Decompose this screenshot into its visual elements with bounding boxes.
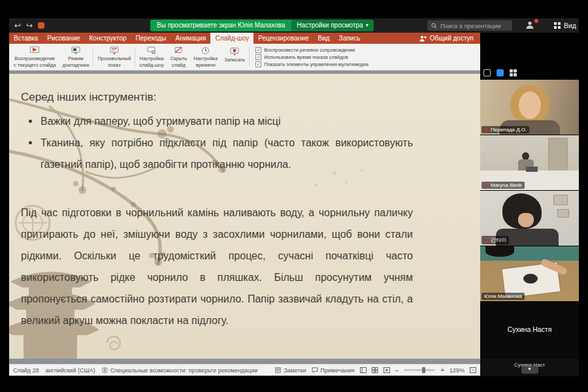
checkbox-icon: ✓ <box>255 47 261 53</box>
screen-share-banner: Вы просматриваете экран Юлія Малахова На… <box>150 20 374 31</box>
checkbox-icon: ✓ <box>255 61 261 67</box>
minimize-panel-icon[interactable] <box>483 69 491 76</box>
checkbox-icon: ✓ <box>255 54 261 60</box>
tab-record[interactable]: Запись <box>335 33 365 44</box>
ribbon-separator <box>135 47 135 67</box>
zoom-out-button[interactable]: – <box>395 367 399 374</box>
nav-icons: ↩ ↪ <box>14 18 44 33</box>
record-button[interactable]: Записать <box>221 45 248 69</box>
muted-mic-icon <box>484 183 489 188</box>
layout-grid-icon <box>554 22 561 29</box>
clock-icon <box>201 46 210 55</box>
language-button[interactable]: английский (США) <box>46 367 95 374</box>
slideshow-ribbon: Воспроизведение с текущего слайда Режим … <box>9 44 480 71</box>
participant-video[interactable]: Maryna Bielik <box>480 135 579 190</box>
hide-slide-icon <box>174 46 183 55</box>
participant-tiles: Перепада Д.О. Maryna Bielik <box>480 80 579 376</box>
checkbox-show-media-controls[interactable]: ✓ Показать элементы управления мультимед… <box>255 61 368 67</box>
slide-editing-pane: Серед інших інструментів: Важки для папе… <box>9 71 480 364</box>
search-icon <box>431 23 437 29</box>
hide-slide-button[interactable]: Скрыть слайд <box>167 45 191 69</box>
participant-video[interactable]: Юлія Малахова <box>480 246 579 301</box>
accessibility-checker-button[interactable]: Специальные возможности: проверьте реком… <box>102 367 258 374</box>
participant-figure <box>519 91 541 119</box>
participant-figure <box>523 274 538 284</box>
status-bar: Слайд 28 английский (США) Специальные во… <box>9 364 480 376</box>
share-access-button[interactable]: Общий доступ <box>413 33 480 44</box>
tab-transitions[interactable]: Переходы <box>131 33 171 44</box>
normal-view-icon[interactable] <box>360 367 367 373</box>
play-from-current-slide-button[interactable]: Воспроизведение с текущего слайда <box>10 45 59 69</box>
person-icon <box>525 20 534 29</box>
comments-button[interactable]: Примечания <box>312 367 355 374</box>
tab-draw[interactable]: Рисование <box>42 33 84 44</box>
tab-insert[interactable]: Вставка <box>9 33 42 44</box>
zoom-view-button[interactable]: Вид <box>554 18 576 33</box>
gallery-view-icon[interactable] <box>510 69 517 76</box>
participant-name-label: Maryna Bielik <box>482 182 525 189</box>
participant-video[interactable]: Перепада Д.О. <box>480 80 579 135</box>
play-icon <box>30 46 39 55</box>
speaker-view-icon[interactable] <box>497 69 504 76</box>
ribbon-separator <box>93 47 93 67</box>
notification-badge <box>534 19 538 23</box>
rehearse-timings-button[interactable]: Настройка времени <box>190 45 221 69</box>
zoom-top-bar: ↩ ↪ Вы просматриваете экран Юлія Малахов… <box>9 18 579 33</box>
zoom-level-label[interactable]: 129% <box>449 367 465 374</box>
participant-name-label: Перепада Д.О. <box>482 126 529 133</box>
muted-mic-icon <box>484 127 489 133</box>
custom-show-button[interactable]: Произвольный показ <box>94 45 134 69</box>
participant-video[interactable]: 간타이 <box>480 191 579 246</box>
setup-slideshow-button[interactable]: Настройка слайд-шоу <box>136 45 167 69</box>
scroll-more-participants-button[interactable]: ▾ <box>521 365 538 374</box>
notes-button[interactable]: Заметки <box>275 367 306 374</box>
participant-name-label: Юлія Малахова <box>482 293 525 300</box>
tab-view[interactable]: Вид <box>314 33 335 44</box>
comments-icon <box>312 367 318 373</box>
participant-figure <box>548 138 568 173</box>
search-placeholder: Поиск в презентации <box>440 22 501 29</box>
annotate-icon[interactable] <box>38 22 44 29</box>
tab-design[interactable]: Конструктор <box>85 33 131 44</box>
participant-figure <box>526 167 538 172</box>
fit-to-window-icon[interactable] <box>470 367 476 373</box>
search-input[interactable]: Поиск в презентации <box>427 20 512 31</box>
accessibility-icon <box>102 367 108 373</box>
participant-figure <box>553 195 568 205</box>
checkbox-use-timings[interactable]: ✓ Использовать время показа слайдов <box>255 54 368 60</box>
presenter-monitor-icon <box>71 46 80 55</box>
tab-animations[interactable]: Анимация <box>171 33 210 44</box>
muted-mic-icon <box>484 238 489 243</box>
presenter-mode-button[interactable]: Режим докладчика <box>59 45 93 69</box>
slide-bullet-item: Тканина, яку потрібно підкласти під папі… <box>21 132 413 175</box>
sharing-status-label: Вы просматриваете экран Юлія Малахова <box>150 20 291 31</box>
slide-bullet-item: Важки для паперу, щоб утримувати папір н… <box>21 110 413 132</box>
slide-number-label: Слайд 28 <box>13 367 39 374</box>
slide-sorter-icon[interactable] <box>372 367 378 373</box>
redo-icon[interactable]: ↪ <box>26 21 33 30</box>
slideshow-options: ✓ Воспроизвести речевое сопровождение ✓ … <box>250 45 374 69</box>
participants-icon[interactable] <box>525 20 537 31</box>
setup-gear-icon <box>147 46 156 55</box>
view-options-button[interactable]: Настройки просмотра ▾ <box>291 20 373 31</box>
checkbox-play-narrations[interactable]: ✓ Воспроизвести речевое сопровождение <box>255 47 368 53</box>
ribbon-separator <box>249 47 250 67</box>
slide-paragraph: Під час підготовки в чорнильний камінь н… <box>21 202 413 331</box>
powerpoint-window: Вставка Рисование Конструктор Переходы А… <box>9 33 480 376</box>
undo-icon[interactable]: ↩ <box>14 21 21 30</box>
custom-show-icon <box>110 46 119 55</box>
zoom-slider-thumb[interactable] <box>422 367 425 373</box>
slide-title: Серед інших інструментів: <box>21 91 156 104</box>
participant-name-label: 간타이 <box>482 236 509 244</box>
chevron-down-icon: ▾ <box>528 366 531 372</box>
zoom-slider[interactable] <box>404 369 435 371</box>
person-plus-icon <box>419 35 427 42</box>
notes-icon <box>275 367 281 373</box>
participant-video[interactable]: Сухина Настя <box>480 302 579 357</box>
zoom-in-button[interactable]: + <box>440 367 444 374</box>
participant-figure <box>518 213 534 227</box>
tab-review[interactable]: Рецензирование <box>253 33 313 44</box>
slideshow-view-icon[interactable] <box>384 367 390 373</box>
slide-canvas[interactable]: Серед інших інструментів: Важки для папе… <box>9 74 480 359</box>
tab-slideshow[interactable]: Слайд-шоу <box>210 33 253 44</box>
